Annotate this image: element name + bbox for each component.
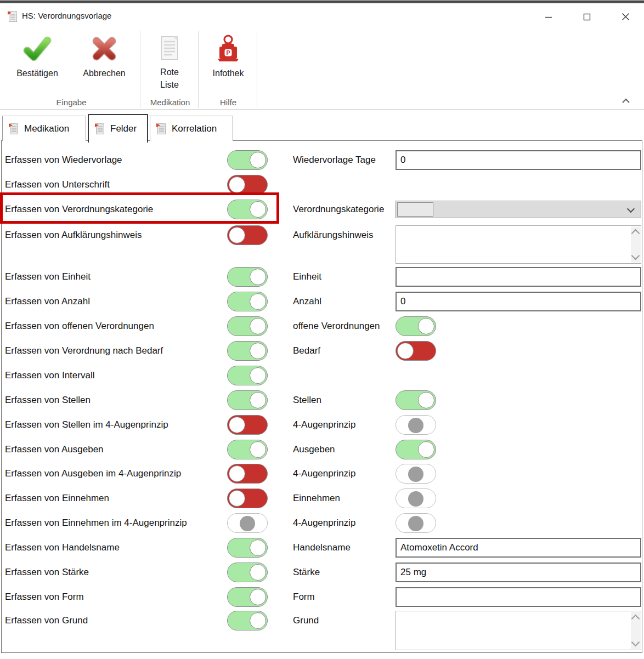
toggle-switch[interactable] bbox=[396, 390, 436, 410]
field-label: Erfassen von Stellen bbox=[5, 390, 91, 410]
tab-korrelation[interactable]: Korrelation bbox=[150, 116, 233, 141]
toggle-knob bbox=[229, 417, 245, 433]
tab-medikation[interactable]: Medikation bbox=[2, 116, 86, 141]
collapse-ribbon-button[interactable] bbox=[618, 95, 634, 107]
toggle-knob bbox=[250, 201, 266, 218]
ribbon-button-label: Rote Liste bbox=[144, 66, 195, 91]
toggle-switch[interactable] bbox=[227, 316, 268, 336]
toggle-switch[interactable] bbox=[227, 587, 268, 607]
field-label: Erfassen von Einnehmen im 4-Augenprinzip bbox=[5, 513, 187, 533]
field-label: Aufklärungshinweis bbox=[293, 225, 373, 245]
toggle-switch[interactable] bbox=[227, 292, 268, 311]
toggle-switch bbox=[227, 513, 268, 533]
toggle-knob bbox=[250, 343, 266, 359]
maximize-icon bbox=[583, 13, 591, 21]
ribbon-separator bbox=[257, 31, 257, 108]
rote-liste-button[interactable]: Rote Liste bbox=[144, 35, 195, 91]
scrollbar[interactable] bbox=[631, 226, 640, 263]
toggle-switch[interactable] bbox=[396, 341, 436, 361]
infothek-button[interactable]: P Infothek bbox=[202, 35, 255, 79]
toggle-switch bbox=[396, 488, 436, 508]
toggle-switch[interactable] bbox=[227, 464, 268, 484]
field-label: Erfassen von Stellen im 4-Augenprinzip bbox=[5, 415, 168, 435]
field-label: 4-Augenprinzip bbox=[293, 415, 355, 435]
field-label: Erfassen von Handelsname bbox=[5, 538, 120, 558]
field-label: Verordnungskategorie bbox=[293, 200, 384, 219]
field-label: Erfassen von Aufklärungshinweis bbox=[5, 225, 142, 245]
toggle-knob bbox=[250, 152, 266, 168]
toggle-switch[interactable] bbox=[227, 366, 268, 385]
toggle-knob bbox=[408, 418, 423, 433]
scroll-down-icon[interactable] bbox=[631, 638, 640, 647]
toggle-switch[interactable] bbox=[227, 200, 268, 219]
toggle-switch[interactable] bbox=[396, 316, 436, 336]
toggle-switch[interactable] bbox=[227, 225, 268, 245]
ribbon-button-label: Infothek bbox=[202, 67, 255, 79]
field-label: Erfassen von Anzahl bbox=[5, 292, 90, 311]
field-label: Ausgeben bbox=[293, 440, 335, 459]
textarea[interactable] bbox=[396, 225, 641, 264]
scroll-down-icon[interactable] bbox=[631, 252, 640, 260]
toggle-knob bbox=[418, 441, 434, 458]
ribbon-group-label: Medikation bbox=[142, 98, 199, 107]
close-button[interactable] bbox=[613, 4, 638, 30]
toggle-switch bbox=[396, 415, 436, 435]
toggle-switch[interactable] bbox=[227, 341, 268, 361]
text-input[interactable] bbox=[396, 538, 641, 558]
text-input[interactable] bbox=[396, 587, 641, 607]
dropdown-select bbox=[396, 201, 641, 218]
field-label: Erfassen von Ausgeben bbox=[5, 440, 104, 459]
toggle-switch[interactable] bbox=[227, 150, 268, 170]
tab-label: Felder bbox=[110, 123, 137, 134]
toggle-switch[interactable] bbox=[227, 611, 268, 630]
toggle-knob bbox=[250, 612, 266, 629]
cancel-button[interactable]: Abbrechen bbox=[71, 35, 137, 79]
toggle-switch[interactable] bbox=[227, 175, 268, 195]
toggle-switch[interactable] bbox=[227, 538, 268, 558]
confirm-check-icon bbox=[23, 35, 52, 65]
text-input[interactable] bbox=[396, 563, 641, 582]
toggle-knob bbox=[397, 343, 414, 359]
toggle-switch[interactable] bbox=[227, 440, 268, 459]
toggle-knob bbox=[250, 564, 266, 581]
field-label: Erfassen von Wiedervorlage bbox=[5, 150, 122, 170]
scroll-up-icon[interactable] bbox=[631, 615, 640, 623]
close-icon bbox=[622, 13, 630, 21]
toggle-switch[interactable] bbox=[227, 267, 268, 287]
text-input[interactable] bbox=[396, 292, 641, 311]
toggle-switch[interactable] bbox=[227, 563, 268, 582]
document-icon bbox=[94, 123, 105, 135]
toggle-switch[interactable] bbox=[227, 488, 268, 508]
svg-text:P: P bbox=[226, 49, 230, 56]
ribbon-button-label: Abbrechen bbox=[71, 67, 137, 79]
toggle-knob bbox=[250, 589, 266, 605]
document-icon bbox=[7, 10, 18, 25]
field-label: Einheit bbox=[293, 267, 321, 287]
confirm-button[interactable]: Bestätigen bbox=[7, 35, 68, 79]
textarea[interactable] bbox=[396, 611, 641, 650]
cancel-x-icon bbox=[90, 35, 118, 65]
toggle-switch[interactable] bbox=[227, 390, 268, 410]
toggle-knob bbox=[408, 516, 423, 531]
tab-felder[interactable]: Felder bbox=[88, 114, 148, 143]
maximize-button[interactable] bbox=[574, 4, 600, 30]
toggle-knob bbox=[229, 490, 245, 507]
scrollbar[interactable] bbox=[631, 612, 640, 649]
document-icon bbox=[156, 123, 167, 135]
field-label: Einnehmen bbox=[293, 488, 340, 508]
field-label: Grund bbox=[293, 611, 319, 630]
toggle-knob bbox=[250, 367, 266, 384]
minimize-button[interactable] bbox=[536, 4, 561, 30]
toggle-knob bbox=[229, 177, 245, 193]
text-input[interactable] bbox=[396, 267, 641, 287]
field-label: offene Verordnungen bbox=[293, 316, 380, 336]
toggle-switch[interactable] bbox=[396, 440, 436, 459]
minimize-icon bbox=[545, 13, 552, 21]
toggle-knob bbox=[250, 539, 266, 556]
ribbon-group-label: Eingabe bbox=[7, 98, 136, 107]
text-input[interactable] bbox=[396, 150, 641, 170]
field-label: Erfassen von Form bbox=[5, 587, 84, 607]
toggle-knob bbox=[418, 392, 434, 408]
scroll-up-icon[interactable] bbox=[631, 229, 640, 238]
toggle-switch[interactable] bbox=[227, 415, 268, 435]
